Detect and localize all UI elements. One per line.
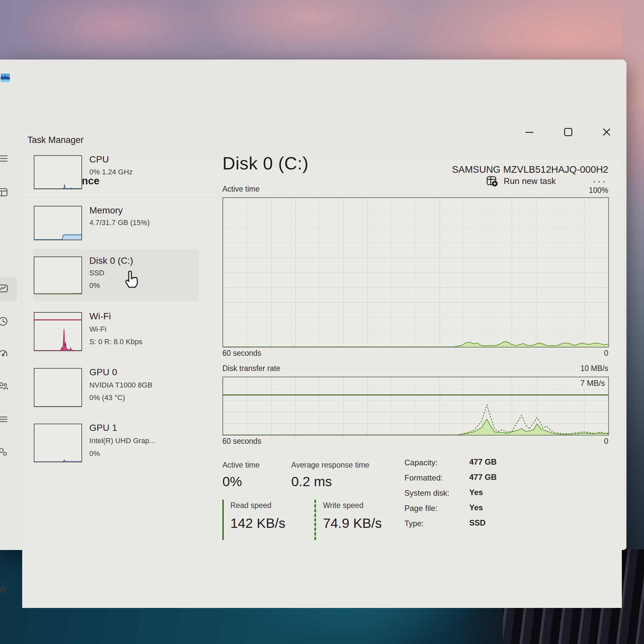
performance-icon — [0, 289, 9, 295]
disk-usage: 0% — [89, 281, 100, 290]
active-time-stat-value: 0% — [222, 474, 242, 489]
wifi-stats: S: 0 R: 8.0 Kbps — [89, 338, 142, 346]
gpu1-label: GPU 1 — [89, 423, 117, 433]
system-disk-label: System disk: — [404, 488, 449, 498]
memory-mini-chart — [34, 206, 82, 240]
mouse-cursor-pointer — [122, 271, 138, 291]
wifi-mini-chart — [34, 312, 82, 351]
sidebar-item-processes[interactable] — [0, 187, 9, 198]
capacity-value: 477 GB — [469, 457, 497, 467]
gpu0-name: NVIDIA T1000 8GB — [89, 381, 152, 390]
system-disk-value: Yes — [469, 488, 483, 497]
gpu1-stats: 0% — [89, 449, 100, 458]
avg-response-label: Average response time — [291, 461, 369, 470]
disk-type-label: Type: — [404, 519, 424, 528]
menu-icon — [0, 160, 9, 165]
maximize-button[interactable] — [559, 124, 578, 140]
disk-type: SSD — [89, 269, 104, 277]
cpu-stats: 0% 1.24 GHz — [89, 168, 133, 176]
sidebar-item-settings[interactable] — [0, 584, 9, 595]
read-speed-value: 142 KB/s — [230, 516, 285, 531]
chart2-max: 10 MB/s — [222, 364, 608, 373]
settings-icon — [0, 591, 9, 596]
read-speed-label: Read speed — [230, 501, 271, 510]
app-history-icon — [0, 322, 9, 328]
disk-type-value: SSD — [469, 518, 485, 528]
chart2-xright: 0 — [222, 437, 608, 446]
wifi-label: Wi-Fi — [89, 311, 111, 322]
capacity-label: Capacity: — [404, 458, 437, 467]
write-speed-label: Write speed — [323, 501, 363, 510]
device-model: SAMSUNG MZVLB512HAJQ-000H2 — [222, 164, 608, 175]
gpu0-stats: 0% (43 °C) — [89, 393, 125, 402]
sidebar-item-menu[interactable] — [0, 153, 9, 164]
write-speed-value: 74.9 KB/s — [323, 516, 382, 531]
memory-label: Memory — [89, 205, 123, 216]
disk-label: Disk 0 (C:) — [89, 255, 133, 266]
screenshot-stage: Task Manager — [0, 0, 644, 644]
sidebar-item-app-history[interactable] — [0, 316, 9, 327]
cpu-label: CPU — [89, 154, 109, 165]
gpu0-label: GPU 0 — [89, 367, 117, 378]
page-file-label: Page file: — [404, 504, 437, 513]
gpu0-mini-chart — [34, 368, 82, 407]
sidebar-item-services[interactable] — [0, 446, 9, 457]
chart1-xright: 0 — [222, 349, 608, 358]
formatted-label: Formatted: — [404, 473, 443, 483]
sidebar-item-users[interactable] — [0, 381, 9, 392]
active-time-chart — [222, 197, 609, 347]
gpu1-mini-chart — [34, 424, 82, 462]
sidebar-item-details[interactable] — [0, 414, 9, 425]
avg-response-value: 0.2 ms — [291, 474, 332, 489]
more-options-icon: ··· — [593, 175, 608, 187]
chart1-max: 100% — [222, 186, 608, 195]
cpu-mini-chart — [34, 155, 82, 189]
header-separator — [578, 174, 578, 188]
run-new-task-label: Run new task — [504, 176, 556, 186]
window-title: Task Manager — [27, 135, 84, 145]
page-file-value: Yes — [469, 503, 483, 512]
users-icon — [0, 387, 9, 393]
services-icon — [0, 453, 9, 458]
close-button[interactable] — [597, 124, 616, 140]
active-time-stat-label: Active time — [222, 461, 259, 470]
wifi-name: Wi-Fi — [89, 325, 106, 334]
disk-mini-chart — [34, 256, 82, 294]
task-manager-app-icon — [1, 73, 11, 83]
run-new-task-icon — [486, 175, 498, 187]
scale-line-7mbps — [223, 394, 608, 395]
minimize-button[interactable] — [520, 124, 539, 140]
processes-icon — [0, 193, 9, 199]
memory-stats: 4.7/31.7 GB (15%) — [89, 218, 150, 227]
background-sky — [0, 0, 644, 66]
task-manager-window: Task Manager — [0, 60, 626, 550]
chart2-scale-label: 7 MB/s — [580, 379, 605, 388]
startup-apps-icon — [0, 355, 9, 360]
read-speed-legend-bar — [222, 500, 224, 540]
formatted-value: 477 GB — [469, 473, 497, 482]
details-icon — [0, 420, 9, 426]
navigation-sidebar — [0, 100, 22, 550]
transfer-rate-chart: 7 MB/s — [222, 377, 609, 436]
sidebar-item-performance[interactable] — [0, 283, 9, 294]
gpu1-name: Intel(R) UHD Grap... — [89, 437, 155, 445]
sidebar-item-startup-apps[interactable] — [0, 348, 9, 359]
write-speed-legend-bar — [314, 500, 316, 540]
